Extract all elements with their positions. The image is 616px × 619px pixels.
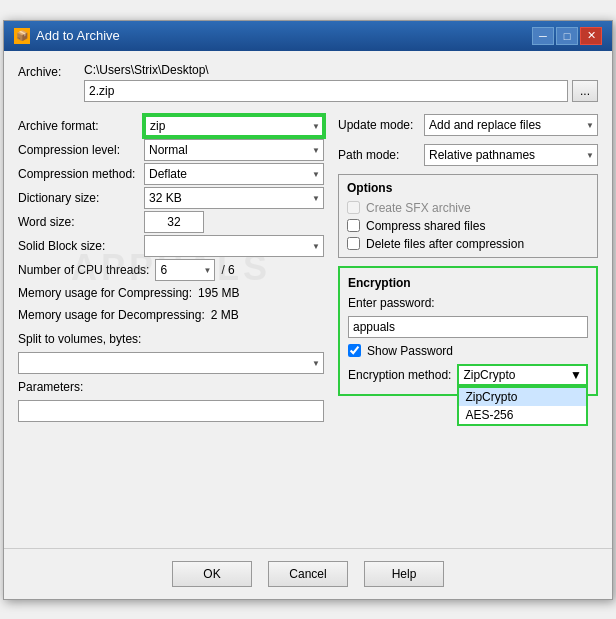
split-volumes-label: Split to volumes, bytes: [18, 332, 324, 346]
password-input[interactable] [348, 316, 588, 338]
enc-method-value: ZipCrypto [463, 368, 515, 382]
memory-compress-label: Memory usage for Compressing: [18, 286, 192, 300]
dictionary-size-select-wrapper: 32 KB ▼ [144, 187, 324, 209]
path-mode-row: Path mode: Relative pathnames ▼ [338, 144, 598, 166]
delete-after-checkbox[interactable] [347, 237, 360, 250]
compress-shared-checkbox[interactable] [347, 219, 360, 232]
archive-path-input[interactable] [84, 80, 568, 102]
path-mode-select-wrapper: Relative pathnames ▼ [424, 144, 598, 166]
solid-block-select-wrapper: ▼ [144, 235, 324, 257]
update-mode-select-wrapper: Add and replace files ▼ [424, 114, 598, 136]
archive-input-row: ... [84, 80, 598, 102]
main-content: APPUALS Archive format: zip ▼ Com [18, 114, 598, 536]
right-panel: Update mode: Add and replace files ▼ Pat… [338, 114, 598, 536]
enter-password-label: Enter password: [348, 296, 588, 310]
archive-format-label: Archive format: [18, 119, 138, 133]
compression-level-label: Compression level: [18, 143, 138, 157]
compress-shared-label: Compress shared files [366, 219, 485, 233]
maximize-button[interactable]: □ [556, 27, 578, 45]
options-group: Options Create SFX archive Compress shar… [338, 174, 598, 258]
update-mode-label: Update mode: [338, 118, 418, 132]
enc-method-arrow-icon: ▼ [570, 368, 582, 382]
memory-decompress-label: Memory usage for Decompressing: [18, 308, 205, 322]
archive-format-select[interactable]: zip [144, 115, 324, 137]
dictionary-size-select[interactable]: 32 KB [144, 187, 324, 209]
show-password-checkbox[interactable] [348, 344, 361, 357]
title-bar-left: 📦 Add to Archive [14, 28, 120, 44]
encryption-group: Encryption Enter password: Show Password… [338, 266, 598, 396]
dictionary-size-label: Dictionary size: [18, 191, 138, 205]
word-size-row: Word size: [18, 210, 324, 234]
archive-path-line1: C:\Users\Strix\Desktop\ [84, 63, 598, 77]
dialog-footer: OK Cancel Help [4, 548, 612, 599]
app-icon: 📦 [14, 28, 30, 44]
options-title: Options [347, 181, 589, 195]
delete-after-row: Delete files after compression [347, 237, 589, 251]
minimize-button[interactable]: ─ [532, 27, 554, 45]
dialog-title: Add to Archive [36, 28, 120, 43]
title-bar-controls: ─ □ ✕ [532, 27, 602, 45]
compression-level-select[interactable]: Normal [144, 139, 324, 161]
word-size-input[interactable] [144, 211, 204, 233]
solid-block-row: Solid Block size: ▼ [18, 234, 324, 258]
memory-compress-value: 195 MB [198, 286, 239, 300]
update-mode-row: Update mode: Add and replace files ▼ [338, 114, 598, 136]
enc-method-dropdown-btn[interactable]: ZipCrypto ▼ [457, 364, 588, 386]
cpu-threads-row: Number of CPU threads: 6 ▼ / 6 [18, 258, 324, 282]
create-sfx-row: Create SFX archive [347, 201, 589, 215]
parameters-row: Parameters: [18, 380, 324, 422]
encryption-title: Encryption [348, 276, 588, 290]
create-sfx-checkbox[interactable] [347, 201, 360, 214]
create-sfx-label: Create SFX archive [366, 201, 471, 215]
compression-level-select-wrapper: Normal ▼ [144, 139, 324, 161]
memory-decompress-row: Memory usage for Decompressing: 2 MB [18, 304, 324, 326]
dictionary-size-row: Dictionary size: 32 KB ▼ [18, 186, 324, 210]
cancel-button[interactable]: Cancel [268, 561, 348, 587]
enc-method-label: Encryption method: [348, 368, 451, 382]
close-button[interactable]: ✕ [580, 27, 602, 45]
show-password-row: Show Password [348, 344, 588, 358]
cpu-threads-label: Number of CPU threads: [18, 263, 149, 277]
dialog-body: Archive: C:\Users\Strix\Desktop\ ... APP… [4, 51, 612, 548]
browse-button[interactable]: ... [572, 80, 598, 102]
split-volumes-select[interactable] [18, 352, 324, 374]
archive-path-col: C:\Users\Strix\Desktop\ ... [84, 63, 598, 102]
archive-label: Archive: [18, 63, 78, 79]
archive-format-row: Archive format: zip ▼ [18, 114, 324, 138]
archive-row: Archive: C:\Users\Strix\Desktop\ ... [18, 63, 598, 102]
compression-method-label: Compression method: [18, 167, 138, 181]
path-mode-label: Path mode: [338, 148, 418, 162]
enc-method-dropdown-list: ZipCrypto AES-256 [457, 386, 588, 426]
cpu-threads-select-wrapper: 6 ▼ [155, 259, 215, 281]
path-mode-select[interactable]: Relative pathnames [424, 144, 598, 166]
enc-method-dropdown-wrapper: ZipCrypto ▼ ZipCrypto AES-256 [457, 364, 588, 386]
help-button[interactable]: Help [364, 561, 444, 587]
ok-button[interactable]: OK [172, 561, 252, 587]
show-password-label: Show Password [367, 344, 453, 358]
solid-block-label: Solid Block size: [18, 239, 138, 253]
parameters-label: Parameters: [18, 380, 324, 394]
enc-option-aes256[interactable]: AES-256 [459, 406, 586, 424]
word-size-label: Word size: [18, 215, 138, 229]
compress-shared-row: Compress shared files [347, 219, 589, 233]
memory-decompress-value: 2 MB [211, 308, 239, 322]
archive-format-select-wrapper: zip ▼ [144, 115, 324, 137]
split-volumes-row: Split to volumes, bytes: ▼ [18, 332, 324, 374]
left-panel: APPUALS Archive format: zip ▼ Com [18, 114, 324, 536]
compression-method-select[interactable]: Deflate [144, 163, 324, 185]
cpu-threads-select[interactable]: 6 [155, 259, 215, 281]
compression-method-select-wrapper: Deflate ▼ [144, 163, 324, 185]
delete-after-label: Delete files after compression [366, 237, 524, 251]
enc-method-row: Encryption method: ZipCrypto ▼ ZipCrypto… [348, 364, 588, 386]
solid-block-select[interactable] [144, 235, 324, 257]
compression-level-row: Compression level: Normal ▼ [18, 138, 324, 162]
cpu-threads-total: / 6 [221, 263, 234, 277]
enc-option-zipcrypto[interactable]: ZipCrypto [459, 388, 586, 406]
title-bar: 📦 Add to Archive ─ □ ✕ [4, 21, 612, 51]
compression-method-row: Compression method: Deflate ▼ [18, 162, 324, 186]
update-mode-select[interactable]: Add and replace files [424, 114, 598, 136]
memory-compress-row: Memory usage for Compressing: 195 MB [18, 282, 324, 304]
add-to-archive-dialog: 📦 Add to Archive ─ □ ✕ Archive: C:\Users… [3, 20, 613, 600]
parameters-input[interactable] [18, 400, 324, 422]
split-volumes-select-wrapper: ▼ [18, 352, 324, 374]
